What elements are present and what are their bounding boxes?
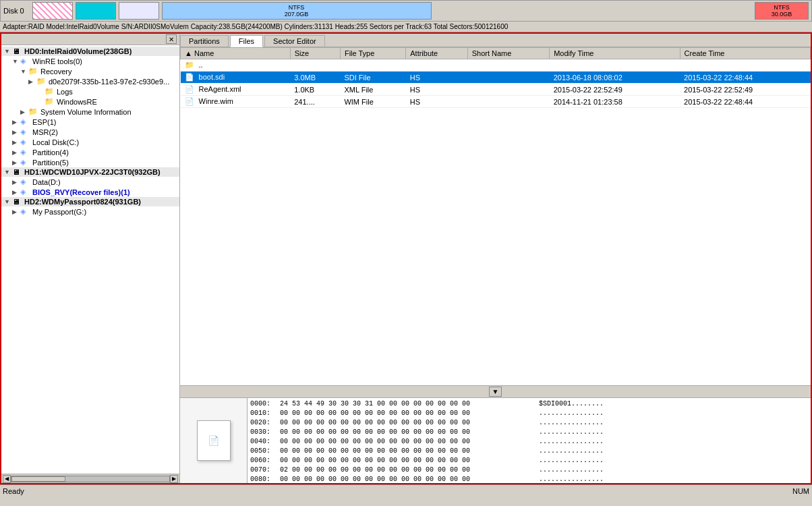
cell-modify-parent [550,59,680,72]
col-header-shortname[interactable]: Short Name [467,48,549,59]
file-table-body: 📁 .. 📄 boot.sdi [181,59,811,108]
tree-item-partition5[interactable]: ▶ ◈ Partition(5) [1,157,179,167]
tree-item-windowsre[interactable]: 📁 WindowsRE [1,96,179,107]
hex-preview-icon: 📄 [197,420,231,461]
table-row-winre-wim[interactable]: 📄 Winre.wim 241.... WIM File HS 2014-11-… [181,96,811,108]
cell-attr-winre-wim: HS [406,96,467,108]
tree-item-hd2[interactable]: ▼ 🖥 HD2:WDMyPassport0824(931GB) [1,197,179,206]
expander-esp1[interactable]: ▶ [12,119,20,125]
partition-icon-c: ◈ [20,138,31,146]
hex-row-8: 0080: 00 00 00 00 00 00 00 00 00 00 00 0… [250,475,808,483]
file-table-area[interactable]: ▲ Name Size File Type Attribute [180,47,811,385]
col-header-name[interactable]: ▲ Name [181,48,291,59]
partition-icon-esp: ◈ [20,117,31,126]
tree-item-hd0[interactable]: ▼ 🖥 HD0:IntelRaid0Volume(238GB) [1,47,179,56]
tree-header: ✕ [1,34,179,45]
expander-bios-rvy[interactable]: ▶ [12,189,20,196]
table-header-row: ▲ Name Size File Type Attribute [181,48,811,59]
cell-create-parent [680,59,810,72]
expander-my-passport[interactable]: ▶ [12,208,20,215]
tree-item-msr2[interactable]: ▶ ◈ MSR(2) [1,127,179,137]
tree-item-data-d[interactable]: ▶ ◈ Data(D:) [1,177,179,187]
cell-attr-boot-sdi: HS [406,72,467,84]
tree-item-hd1[interactable]: ▼ 🖥 HD1:WDCWD10JPVX-22JC3T0(932GB) [1,167,179,177]
hex-row-2: 0020: 00 00 00 00 00 00 00 00 00 00 00 0… [250,418,808,428]
tree-close-button[interactable]: ✕ [166,34,177,44]
scroll-left-arrow[interactable]: ◀ [3,475,11,483]
expander-msr2[interactable]: ▶ [12,129,20,136]
expander-recovery[interactable]: ▼ [20,68,28,75]
adapter-bar: Adapter:RAID Model:IntelRaid0Volume S/N:… [0,22,812,32]
tree-item-local-disk-c[interactable]: ▶ ◈ Local Disk(C:) [1,137,179,147]
col-header-attribute[interactable]: Attribute [406,48,467,59]
expander-partition5[interactable]: ▶ [12,159,20,166]
tree-item-esp1[interactable]: ▶ ◈ ESP(1) [1,117,179,127]
col-header-modifytime[interactable]: Modify Time [550,48,680,59]
tab-sector-editor[interactable]: Sector Editor [264,35,325,47]
file-icon-boot-sdi: 📄 [185,73,194,81]
expander-hd2[interactable]: ▼ [4,198,12,205]
folder-icon-recovery: 📁 [28,67,39,76]
tree-panel[interactable]: ✕ ▼ 🖥 HD0:IntelRaid0Volume(238GB) ▼ ◈ Wi… [1,34,180,483]
tree-item-partition4[interactable]: ▶ ◈ Partition(4) [1,147,179,157]
cell-modify-winre-wim: 2014-11-21 01:23:58 [550,96,680,108]
cell-shortname-reagent [467,84,549,96]
expander-sysvolinfo[interactable]: ▶ [20,109,28,115]
cell-create-boot-sdi: 2015-03-22 22:48:44 [680,72,810,84]
tree-hscroll[interactable]: ◀ ▶ [1,474,179,483]
hex-row-0: 0000: 24 53 44 49 30 30 30 31 00 00 00 0… [250,399,808,409]
file-icon-winre-wim: 📄 [185,97,194,105]
cell-name-reagent: 📄 ReAgent.xml [181,84,291,96]
tree-item-recovery[interactable]: ▼ 📁 Recovery [1,66,179,76]
tree-item-bios-rvy[interactable]: ▶ ◈ BIOS_RVY(Recover files)(1) [1,187,179,197]
table-row-parent[interactable]: 📁 .. [181,59,811,72]
status-text: Ready [3,487,24,495]
parent-dir-icon: 📁 [185,61,194,69]
tree-item-d0e2079f[interactable]: ▶ 📁 d0e2079f-335b-11e3-97e2-c930e9... [1,76,179,86]
right-panel: Partitions Files Sector Editor ▲ Name [180,34,811,483]
partition-icon-g: ◈ [20,207,31,216]
hex-row-6: 0060: 00 00 00 00 00 00 00 00 00 00 00 0… [250,456,808,466]
col-header-filetype[interactable]: File Type [340,48,405,59]
tree-item-winre-tools[interactable]: ▼ ◈ WinRE tools(0) [1,56,179,66]
tree-item-my-passport-g[interactable]: ▶ ◈ My Passport(G:) [1,206,179,217]
hex-row-1: 0010: 00 00 00 00 00 00 00 00 00 00 00 0… [250,409,808,418]
scroll-thumb[interactable] [11,476,65,482]
expander-data-d[interactable]: ▶ [12,179,20,186]
hex-nav-down[interactable]: ▼ [489,387,502,397]
file-table: ▲ Name Size File Type Attribute [180,47,811,108]
table-row-reagent[interactable]: 📄 ReAgent.xml 1.0KB XML File HS 2015-03-… [181,84,811,96]
hex-row-5: 0050: 00 00 00 00 00 00 00 00 00 00 00 0… [250,447,808,456]
cell-name-winre-wim: 📄 Winre.wim [181,96,291,108]
hex-preview: 📄 [180,398,248,483]
partition-striped [32,2,73,20]
tab-files[interactable]: Files [230,35,263,47]
hex-content: 📄 0000: 24 53 44 49 30 30 30 31 00 00 00… [180,398,811,483]
expander-hd1[interactable]: ▼ [4,169,12,175]
table-row-boot-sdi[interactable]: 📄 boot.sdi 3.0MB SDI File HS 2013-06-18 … [181,72,811,84]
expander-hd0[interactable]: ▼ [4,48,12,55]
partition-icon-winre: ◈ [20,57,31,65]
cell-type-parent [340,59,405,72]
col-header-createtime[interactable]: Create Time [680,48,810,59]
scroll-right-arrow[interactable]: ▶ [170,475,178,483]
cell-modify-reagent: 2015-03-22 22:52:49 [550,84,680,96]
folder-icon-windowsre: 📁 [45,97,55,106]
disk-bar: Disk 0 NTFS 207.0GB NTFS 30.0GB [0,0,812,22]
expander-local-disk-c[interactable]: ▶ [12,139,20,146]
col-header-size[interactable]: Size [290,48,340,59]
expander-partition4[interactable]: ▶ [12,149,20,156]
tree-item-logs[interactable]: 📁 Logs [1,86,179,96]
scroll-track[interactable] [11,476,170,482]
partition-large: NTFS 207.0GB [162,2,432,20]
expander-winre[interactable]: ▼ [12,58,20,65]
tab-partitions[interactable]: Partitions [180,35,229,47]
hex-row-7: 0070: 02 00 00 00 00 00 00 00 00 00 00 0… [250,466,808,475]
partition-icon-bios: ◈ [20,188,31,196]
hex-data[interactable]: 0000: 24 53 44 49 30 30 30 31 00 00 00 0… [248,398,811,483]
expander-d0e2079f[interactable]: ▶ [28,78,36,85]
tree-item-sysvolinfo[interactable]: ▶ 📁 System Volume Information [1,107,179,117]
hex-panel: ▼ 📄 0000: 24 53 44 49 30 30 30 31 00 00 … [180,385,811,483]
num-lock-indicator: NUM [792,487,809,495]
folder-icon-logs: 📁 [45,87,55,96]
